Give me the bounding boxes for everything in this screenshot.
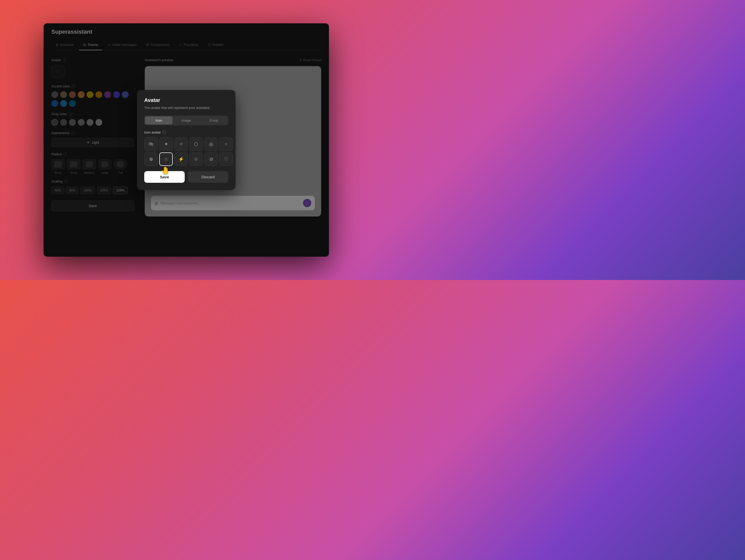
icon-avatar-label: Icon avatar i — [144, 130, 228, 134]
modal-subtitle: The avatar that will represent your assi… — [144, 105, 228, 110]
bolt-icon-cell[interactable]: ⚡ — [174, 152, 188, 166]
icon-grid: 🛍 ✦ ✧ ⬡ ◎ ○ ⊕ ☆ 🤚 ⚡ ☺ ⊘ ♡ — [144, 137, 228, 166]
wand-icon-cell[interactable]: ✧ — [174, 137, 188, 151]
modal-save-button[interactable]: Save — [144, 171, 185, 183]
cube-icon-cell[interactable]: ⬡ — [189, 137, 203, 151]
icon-avatar-info: i — [162, 130, 166, 134]
person-icon-cell[interactable]: ⊘ — [204, 152, 218, 166]
modal-title: Avatar — [144, 97, 228, 103]
magic-icon-cell[interactable]: ✦ — [159, 137, 173, 151]
modal-tab-icon[interactable]: Icon — [145, 116, 172, 125]
circle-icon-cell[interactable]: ○ — [220, 137, 233, 151]
modal-discard-button[interactable]: Discard — [188, 171, 228, 183]
bag-icon-cell[interactable]: 🛍 — [144, 137, 158, 151]
target-icon-cell[interactable]: ◎ — [204, 137, 218, 151]
heart-icon-cell[interactable]: ♡ — [220, 152, 233, 166]
modal-tab-image[interactable]: Image — [172, 116, 200, 125]
app-window: Superassistant ◈ Assistant ◎ Theme ▭ Ini… — [43, 23, 329, 257]
star-icon-cell[interactable]: ☆ 🤚 — [159, 152, 173, 166]
modal-overlay: Avatar The avatar that will represent yo… — [43, 23, 329, 257]
avatar-modal: Avatar The avatar that will represent yo… — [137, 90, 235, 190]
modal-actions: Save Discard — [144, 171, 228, 183]
globe-icon-cell[interactable]: ⊕ — [144, 152, 158, 166]
modal-tabs: Icon Image Emoji — [144, 116, 228, 125]
modal-tab-emoji[interactable]: Emoji — [200, 116, 227, 125]
smile-icon-cell[interactable]: ☺ — [189, 152, 203, 166]
